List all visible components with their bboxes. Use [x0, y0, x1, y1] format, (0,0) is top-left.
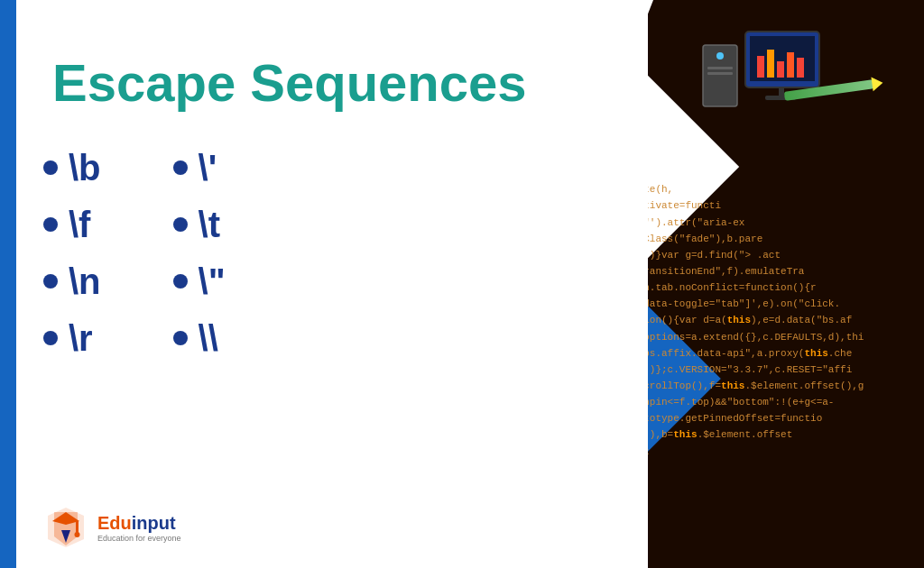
bullet-dot [173, 331, 188, 345]
logo-area: Eduinput Education for everyone [43, 505, 181, 550]
svg-rect-8 [707, 67, 733, 69]
bullet-dot [43, 160, 58, 175]
logo-tagline: Education for everyone [97, 534, 181, 543]
svg-point-4 [75, 532, 80, 537]
main-content-area: Escape Sequences \b \f \n \r [16, 0, 648, 568]
logo-input: input [132, 513, 176, 533]
bullet-dot [173, 217, 188, 232]
bullet-dot [43, 217, 58, 232]
svg-rect-14 [777, 61, 784, 78]
list-item: \r [43, 318, 101, 359]
list-item: \n [43, 261, 101, 302]
logo-name: Eduinput [97, 513, 181, 534]
svg-rect-16 [797, 58, 804, 78]
svg-rect-17 [779, 87, 784, 96]
svg-rect-12 [757, 56, 764, 78]
bullet-dot [173, 160, 188, 175]
logo-edu: Edu [97, 513, 132, 533]
list-item: \b [43, 148, 101, 188]
logo-icon [43, 505, 88, 550]
computer-svg [698, 18, 825, 117]
list-item: \f [43, 205, 101, 245]
bullet-lists-container: \b \f \n \r \' \t [43, 148, 648, 359]
svg-rect-9 [707, 72, 733, 75]
list-item: \' [173, 148, 226, 188]
left-accent-bar [0, 0, 16, 568]
list-item: \" [173, 261, 226, 302]
list-item: \\ [173, 318, 226, 359]
svg-rect-3 [76, 521, 79, 534]
svg-rect-15 [787, 52, 794, 78]
logo-text: Eduinput Education for everyone [97, 513, 181, 543]
right-bullet-list: \' \t \" \\ [173, 148, 226, 359]
bullet-dot [43, 274, 58, 289]
computer-illustration [698, 18, 825, 121]
list-item: \t [173, 205, 226, 245]
svg-point-7 [716, 52, 724, 60]
bullet-dot [173, 274, 188, 289]
bullet-dot [43, 331, 58, 345]
page-title: Escape Sequences [52, 54, 648, 112]
left-bullet-list: \b \f \n \r [43, 148, 101, 359]
svg-rect-13 [767, 50, 774, 78]
